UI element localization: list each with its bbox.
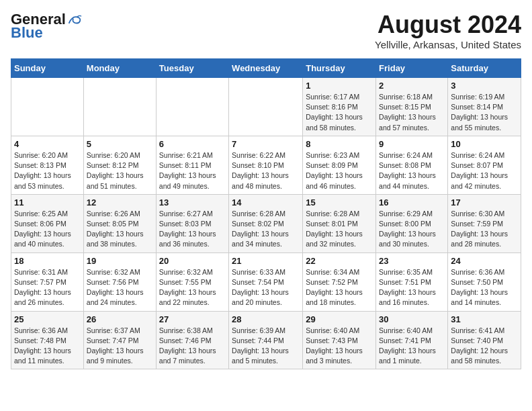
calendar-day-cell: 26Sunrise: 6:37 AM Sunset: 7:47 PM Dayli… <box>83 311 156 369</box>
day-number: 29 <box>306 314 373 324</box>
weekday-header-sunday: Sunday <box>11 59 84 78</box>
calendar-day-cell: 5Sunrise: 6:20 AM Sunset: 8:12 PM Daylig… <box>83 136 156 194</box>
calendar-day-cell: 7Sunrise: 6:22 AM Sunset: 8:10 PM Daylig… <box>229 136 303 194</box>
calendar-day-cell: 30Sunrise: 6:40 AM Sunset: 7:41 PM Dayli… <box>376 311 448 369</box>
calendar-day-cell: 4Sunrise: 6:20 AM Sunset: 8:13 PM Daylig… <box>11 136 84 194</box>
calendar-day-cell: 9Sunrise: 6:24 AM Sunset: 8:08 PM Daylig… <box>376 136 448 194</box>
calendar-day-cell: 25Sunrise: 6:36 AM Sunset: 7:48 PM Dayli… <box>11 311 84 369</box>
calendar-header-row: SundayMondayTuesdayWednesdayThursdayFrid… <box>11 59 521 78</box>
day-info: Sunrise: 6:22 AM Sunset: 8:10 PM Dayligh… <box>232 150 300 191</box>
day-number: 25 <box>14 314 81 324</box>
empty-day-cell <box>229 78 303 136</box>
weekday-header-thursday: Thursday <box>303 59 376 78</box>
logo: General Blue <box>11 11 82 42</box>
day-number: 2 <box>379 81 445 91</box>
logo-bird-icon <box>67 13 82 26</box>
day-number: 28 <box>232 314 300 324</box>
calendar-week-row: 4Sunrise: 6:20 AM Sunset: 8:13 PM Daylig… <box>11 136 521 194</box>
day-info: Sunrise: 6:28 AM Sunset: 8:01 PM Dayligh… <box>306 209 373 250</box>
day-info: Sunrise: 6:27 AM Sunset: 8:03 PM Dayligh… <box>159 209 226 250</box>
day-number: 8 <box>306 139 373 149</box>
page-header: General Blue August 2024 Yellville, Arka… <box>11 11 521 50</box>
calendar-day-cell: 17Sunrise: 6:30 AM Sunset: 7:59 PM Dayli… <box>448 194 521 253</box>
calendar-day-cell: 20Sunrise: 6:32 AM Sunset: 7:55 PM Dayli… <box>156 253 228 311</box>
day-number: 19 <box>87 256 153 266</box>
day-info: Sunrise: 6:24 AM Sunset: 8:08 PM Dayligh… <box>379 150 445 191</box>
empty-day-cell <box>156 78 228 136</box>
calendar-day-cell: 3Sunrise: 6:19 AM Sunset: 8:14 PM Daylig… <box>448 78 521 136</box>
title-block: August 2024 Yellville, Arkansas, United … <box>375 11 521 50</box>
day-number: 16 <box>379 197 445 208</box>
calendar-day-cell: 6Sunrise: 6:21 AM Sunset: 8:11 PM Daylig… <box>156 136 228 194</box>
weekday-header-monday: Monday <box>83 59 156 78</box>
day-number: 1 <box>306 81 373 91</box>
day-number: 24 <box>451 256 518 266</box>
calendar-day-cell: 13Sunrise: 6:27 AM Sunset: 8:03 PM Dayli… <box>156 194 228 253</box>
day-number: 31 <box>451 314 518 324</box>
day-number: 20 <box>159 256 226 266</box>
day-info: Sunrise: 6:18 AM Sunset: 8:15 PM Dayligh… <box>379 92 445 133</box>
calendar-day-cell: 11Sunrise: 6:25 AM Sunset: 8:06 PM Dayli… <box>11 194 84 253</box>
calendar-day-cell: 28Sunrise: 6:39 AM Sunset: 7:44 PM Dayli… <box>229 311 303 369</box>
day-info: Sunrise: 6:30 AM Sunset: 7:59 PM Dayligh… <box>451 209 518 250</box>
calendar-day-cell: 21Sunrise: 6:33 AM Sunset: 7:54 PM Dayli… <box>229 253 303 311</box>
day-number: 7 <box>232 139 300 149</box>
day-number: 14 <box>232 197 300 208</box>
day-info: Sunrise: 6:40 AM Sunset: 7:41 PM Dayligh… <box>379 326 445 367</box>
day-info: Sunrise: 6:20 AM Sunset: 8:12 PM Dayligh… <box>87 150 153 191</box>
day-info: Sunrise: 6:37 AM Sunset: 7:47 PM Dayligh… <box>87 326 153 367</box>
day-number: 22 <box>306 256 373 266</box>
day-number: 5 <box>87 139 153 149</box>
calendar-day-cell: 1Sunrise: 6:17 AM Sunset: 8:16 PM Daylig… <box>303 78 376 136</box>
day-info: Sunrise: 6:28 AM Sunset: 8:02 PM Dayligh… <box>232 209 300 250</box>
empty-day-cell <box>11 78 84 136</box>
day-number: 3 <box>451 81 518 91</box>
day-info: Sunrise: 6:31 AM Sunset: 7:57 PM Dayligh… <box>14 267 81 308</box>
day-number: 21 <box>232 256 300 266</box>
calendar-week-row: 18Sunrise: 6:31 AM Sunset: 7:57 PM Dayli… <box>11 253 521 311</box>
location: Yellville, Arkansas, United States <box>375 39 521 50</box>
day-number: 9 <box>379 139 445 149</box>
day-number: 15 <box>306 197 373 208</box>
day-number: 30 <box>379 314 445 324</box>
day-number: 12 <box>87 197 153 208</box>
day-number: 18 <box>14 256 81 266</box>
day-info: Sunrise: 6:33 AM Sunset: 7:54 PM Dayligh… <box>232 267 300 308</box>
calendar-day-cell: 24Sunrise: 6:36 AM Sunset: 7:50 PM Dayli… <box>448 253 521 311</box>
day-number: 4 <box>14 139 81 149</box>
day-number: 26 <box>87 314 153 324</box>
calendar-day-cell: 12Sunrise: 6:26 AM Sunset: 8:05 PM Dayli… <box>83 194 156 253</box>
empty-day-cell <box>83 78 156 136</box>
day-info: Sunrise: 6:36 AM Sunset: 7:48 PM Dayligh… <box>14 326 81 367</box>
calendar-day-cell: 2Sunrise: 6:18 AM Sunset: 8:15 PM Daylig… <box>376 78 448 136</box>
calendar-table: SundayMondayTuesdayWednesdayThursdayFrid… <box>11 58 521 369</box>
day-info: Sunrise: 6:23 AM Sunset: 8:09 PM Dayligh… <box>306 150 373 191</box>
calendar-day-cell: 31Sunrise: 6:41 AM Sunset: 7:40 PM Dayli… <box>448 311 521 369</box>
calendar-day-cell: 19Sunrise: 6:32 AM Sunset: 7:56 PM Dayli… <box>83 253 156 311</box>
calendar-day-cell: 14Sunrise: 6:28 AM Sunset: 8:02 PM Dayli… <box>229 194 303 253</box>
calendar-day-cell: 18Sunrise: 6:31 AM Sunset: 7:57 PM Dayli… <box>11 253 84 311</box>
day-info: Sunrise: 6:21 AM Sunset: 8:11 PM Dayligh… <box>159 150 226 191</box>
calendar-day-cell: 22Sunrise: 6:34 AM Sunset: 7:52 PM Dayli… <box>303 253 376 311</box>
day-number: 10 <box>451 139 518 149</box>
day-info: Sunrise: 6:29 AM Sunset: 8:00 PM Dayligh… <box>379 209 445 250</box>
calendar-day-cell: 16Sunrise: 6:29 AM Sunset: 8:00 PM Dayli… <box>376 194 448 253</box>
weekday-header-tuesday: Tuesday <box>156 59 228 78</box>
calendar-day-cell: 10Sunrise: 6:24 AM Sunset: 8:07 PM Dayli… <box>448 136 521 194</box>
calendar-week-row: 1Sunrise: 6:17 AM Sunset: 8:16 PM Daylig… <box>11 78 521 136</box>
day-info: Sunrise: 6:36 AM Sunset: 7:50 PM Dayligh… <box>451 267 518 308</box>
weekday-header-wednesday: Wednesday <box>229 59 303 78</box>
day-number: 13 <box>159 197 226 208</box>
calendar-week-row: 25Sunrise: 6:36 AM Sunset: 7:48 PM Dayli… <box>11 311 521 369</box>
day-info: Sunrise: 6:32 AM Sunset: 7:56 PM Dayligh… <box>87 267 153 308</box>
day-info: Sunrise: 6:17 AM Sunset: 8:16 PM Dayligh… <box>306 92 373 133</box>
day-info: Sunrise: 6:32 AM Sunset: 7:55 PM Dayligh… <box>159 267 226 308</box>
calendar-day-cell: 27Sunrise: 6:38 AM Sunset: 7:46 PM Dayli… <box>156 311 228 369</box>
day-number: 17 <box>451 197 518 208</box>
day-info: Sunrise: 6:40 AM Sunset: 7:43 PM Dayligh… <box>306 326 373 367</box>
day-info: Sunrise: 6:39 AM Sunset: 7:44 PM Dayligh… <box>232 326 300 367</box>
day-info: Sunrise: 6:20 AM Sunset: 8:13 PM Dayligh… <box>14 150 81 191</box>
calendar-day-cell: 8Sunrise: 6:23 AM Sunset: 8:09 PM Daylig… <box>303 136 376 194</box>
day-info: Sunrise: 6:38 AM Sunset: 7:46 PM Dayligh… <box>159 326 226 367</box>
day-info: Sunrise: 6:25 AM Sunset: 8:06 PM Dayligh… <box>14 209 81 250</box>
